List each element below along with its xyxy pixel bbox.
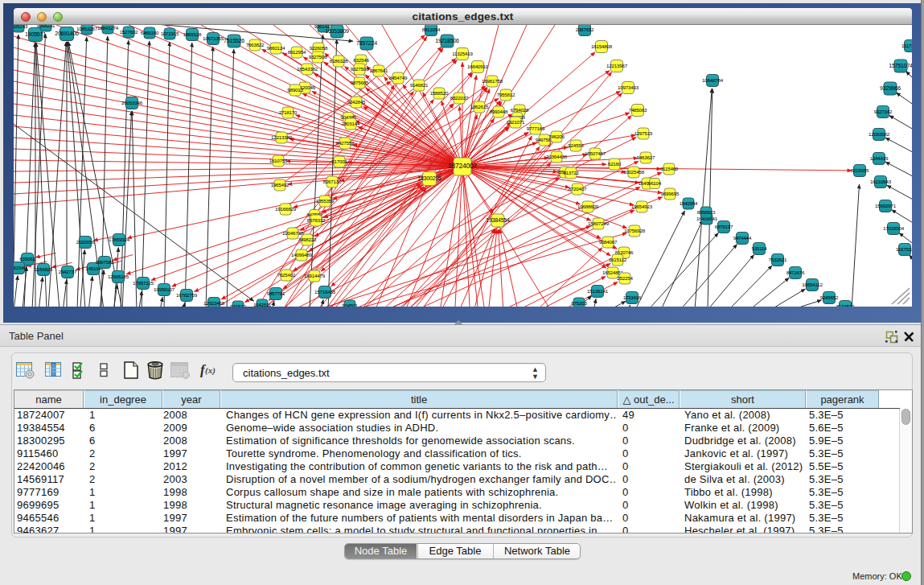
svg-text:931542: 931542 — [230, 303, 246, 307]
svg-text:217001: 217001 — [331, 159, 347, 164]
svg-text:18300295: 18300295 — [417, 175, 441, 181]
svg-text:8813054: 8813054 — [422, 27, 441, 32]
svg-text:1042511: 1042511 — [253, 302, 272, 307]
svg-text:1167533: 1167533 — [896, 246, 912, 252]
svg-text:18843274: 18843274 — [97, 25, 119, 31]
svg-text:10654112: 10654112 — [802, 282, 823, 287]
svg-text:8990448: 8990448 — [490, 109, 508, 114]
svg-text:16640910: 16640910 — [467, 64, 489, 69]
svg-text:8958923: 8958923 — [697, 209, 716, 215]
svg-text:1588520: 1588520 — [430, 90, 449, 96]
svg-text:3498222: 3498222 — [298, 237, 317, 242]
svg-text:9997588: 9997588 — [96, 259, 114, 265]
svg-text:1615112: 1615112 — [609, 257, 627, 262]
svg-text:1297515: 1297515 — [634, 130, 653, 136]
svg-text:12093582: 12093582 — [869, 131, 890, 137]
svg-text:12213967: 12213967 — [606, 63, 628, 68]
svg-text:15716485: 15716485 — [314, 289, 336, 295]
svg-text:1117345: 1117345 — [901, 43, 912, 48]
svg-text:19166829: 19166829 — [275, 206, 297, 212]
svg-text:10688609: 10688609 — [577, 204, 599, 209]
svg-text:10648784: 10648784 — [702, 77, 724, 83]
svg-text:8912954: 8912954 — [288, 49, 306, 55]
svg-text:8678332: 8678332 — [307, 217, 326, 223]
svg-text:875203: 875203 — [571, 300, 587, 306]
svg-text:9463627: 9463627 — [637, 154, 655, 160]
svg-text:17957225: 17957225 — [133, 280, 154, 286]
svg-text:12905185: 12905185 — [108, 274, 129, 279]
svg-text:9245652: 9245652 — [820, 295, 839, 300]
svg-text:1244419: 1244419 — [870, 155, 889, 161]
svg-text:11325419: 11325419 — [452, 51, 473, 56]
svg-text:17016504: 17016504 — [883, 225, 905, 231]
svg-text:7515526: 7515526 — [224, 38, 244, 43]
svg-text:10973493: 10973493 — [618, 84, 639, 90]
svg-text:8124509: 8124509 — [836, 303, 855, 307]
svg-text:8267130: 8267130 — [323, 179, 342, 184]
svg-text:2718170: 2718170 — [279, 109, 298, 115]
svg-text:6466160: 6466160 — [141, 30, 159, 35]
svg-text:10025458: 10025458 — [623, 169, 645, 175]
svg-text:7955812: 7955812 — [497, 92, 515, 97]
svg-text:16782759: 16782759 — [176, 292, 198, 298]
svg-text:19654923: 19654923 — [631, 204, 653, 209]
svg-text:8454749: 8454749 — [389, 75, 408, 80]
svg-text:8427552: 8427552 — [336, 140, 355, 146]
svg-text:16961758: 16961758 — [482, 78, 503, 84]
svg-text:9226058: 9226058 — [310, 45, 328, 51]
svg-text:20053346: 20053346 — [121, 100, 143, 105]
svg-text:2867641: 2867641 — [370, 68, 388, 73]
svg-text:6879197: 6879197 — [715, 224, 733, 229]
svg-text:19218506: 19218506 — [435, 38, 459, 43]
svg-text:1965492: 1965492 — [271, 182, 290, 187]
svg-text:(x): (x) — [205, 365, 216, 376]
svg-text:2803144: 2803144 — [342, 121, 360, 126]
svg-text:7485063: 7485063 — [629, 107, 647, 113]
svg-text:1921071: 1921071 — [507, 119, 525, 125]
svg-text:9857791: 9857791 — [267, 290, 285, 296]
svg-text:8720407: 8720407 — [569, 186, 587, 192]
svg-text:9327508: 9327508 — [351, 66, 369, 72]
svg-text:7663822: 7663822 — [246, 42, 265, 47]
svg-text:10046738: 10046738 — [282, 230, 304, 236]
svg-text:1610755: 1610755 — [269, 158, 288, 163]
svg-text:9660124: 9660124 — [267, 45, 285, 51]
svg-text:8471676: 8471676 — [786, 270, 805, 275]
svg-text:15136141: 15136141 — [587, 288, 609, 294]
svg-text:16914479: 16914479 — [304, 273, 326, 278]
svg-text:1905571: 1905571 — [25, 31, 46, 37]
svg-text:1362615: 1362615 — [470, 104, 489, 109]
svg-text:9474444: 9474444 — [733, 235, 752, 241]
svg-text:924554: 924554 — [568, 142, 584, 148]
svg-text:19384554: 19384554 — [486, 217, 510, 223]
svg-text:9327506: 9327506 — [309, 54, 327, 60]
svg-text:9875685: 9875685 — [351, 80, 369, 85]
svg-text:62160: 62160 — [608, 161, 622, 167]
svg-text:20691406: 20691406 — [55, 31, 79, 36]
svg-text:18724007: 18724007 — [448, 162, 478, 170]
svg-text:7857224: 7857224 — [356, 40, 377, 46]
svg-text:10853267: 10853267 — [76, 26, 98, 31]
svg-text:9146821: 9146821 — [410, 82, 429, 88]
svg-text:1865528: 1865528 — [183, 31, 202, 37]
svg-text:9115460: 9115460 — [660, 166, 679, 171]
svg-text:746206: 746206 — [548, 134, 565, 139]
svg-text:989013: 989013 — [287, 87, 303, 93]
svg-text:12213389: 12213389 — [271, 134, 293, 140]
svg-text:12923468: 12923468 — [203, 300, 225, 306]
svg-text:1071915: 1071915 — [161, 31, 179, 36]
svg-text:20364436: 20364436 — [546, 154, 568, 159]
svg-text:935114: 935114 — [752, 245, 768, 251]
svg-text:16053809: 16053809 — [325, 28, 349, 34]
svg-text:9777169: 9777169 — [527, 126, 545, 131]
svg-text:15751074: 15751074 — [889, 63, 912, 68]
svg-text:16543382: 16543382 — [297, 66, 318, 72]
svg-text:15807249: 15807249 — [588, 220, 610, 226]
svg-text:9084067: 9084067 — [599, 239, 618, 245]
svg-text:8215955: 8215955 — [851, 167, 869, 173]
svg-text:10958107: 10958107 — [154, 286, 175, 292]
svg-text:832546: 832546 — [353, 57, 369, 63]
svg-text:7625402: 7625402 — [277, 272, 296, 278]
svg-text:1640954: 1640954 — [680, 200, 698, 206]
svg-text:2942737: 2942737 — [59, 269, 77, 274]
